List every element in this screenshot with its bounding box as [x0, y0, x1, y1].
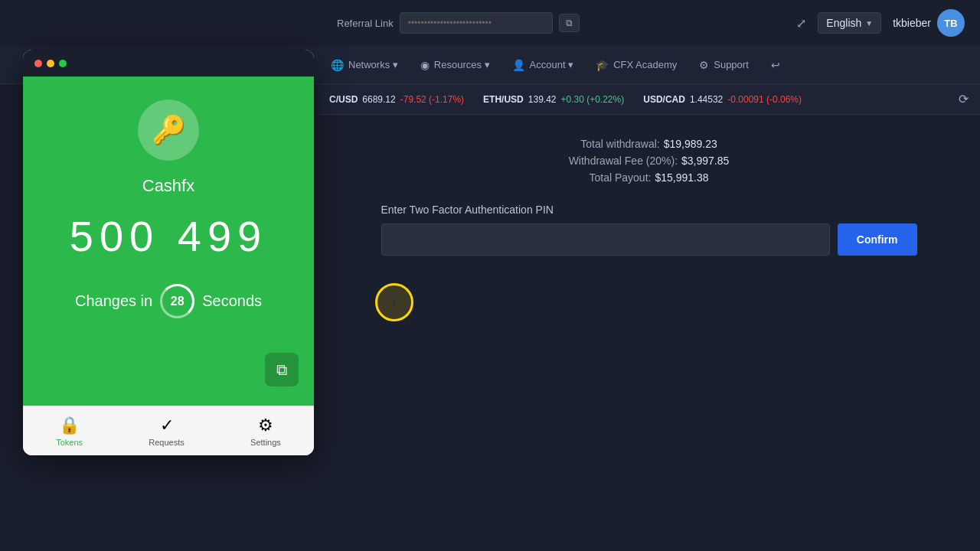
- language-selector[interactable]: English ▼: [818, 12, 881, 34]
- withdrawal-fee-label: Withdrawal Fee (20%):: [569, 155, 678, 167]
- ticker-item-usdcad: USD/CAD 1.44532 -0.00091 (-0.06%): [643, 94, 802, 105]
- account-icon: 👤: [512, 59, 525, 71]
- auth-app-bottom-nav: 🔒 Tokens ✓ Requests ⚙ Settings: [23, 406, 314, 455]
- otp-code: 500 499: [70, 211, 267, 261]
- auth-nav-settings[interactable]: ⚙ Settings: [250, 416, 281, 447]
- window-close-dot[interactable]: [34, 60, 42, 67]
- nav-item-resources[interactable]: ◉ Resources ▾: [411, 53, 499, 77]
- auth-green-area: 🔑 Cashfx 500 499 Changes in 28 Seconds ⧉: [23, 77, 314, 406]
- settings-label: Settings: [250, 438, 281, 447]
- total-payout-label: Total Payout:: [589, 171, 651, 184]
- requests-label: Requests: [149, 438, 184, 447]
- cursor-i-beam: I: [392, 295, 396, 311]
- nav-item-exit[interactable]: ↩: [762, 53, 789, 77]
- withdrawal-fee-value: $3,997.85: [681, 155, 729, 167]
- ticker-change-cusd: -79.52 (-1.17%): [400, 94, 464, 105]
- two-fa-input-row: Confirm: [381, 223, 917, 256]
- nav-item-support[interactable]: ⚙ Support: [690, 53, 758, 77]
- resources-icon: ◉: [420, 59, 430, 71]
- withdrawal-fee-row: Withdrawal Fee (20%): $3,997.85: [569, 155, 730, 167]
- seconds-label: Seconds: [202, 292, 262, 310]
- key-icon: 🔑: [152, 114, 186, 146]
- timer-area: Changes in 28 Seconds: [75, 284, 262, 318]
- key-circle: 🔑: [138, 99, 199, 161]
- auth-nav-tokens[interactable]: 🔒 Tokens: [56, 416, 83, 447]
- pin-input[interactable]: [381, 223, 830, 256]
- nav-label-cfx-academy: CFX Academy: [613, 59, 677, 70]
- auth-app-header: [23, 50, 314, 77]
- ticker-refresh-icon[interactable]: ⟳: [959, 92, 969, 106]
- ticker-pair-ethusd: ETH/USD: [483, 94, 524, 105]
- ticker-item-ethusd: ETH/USD 139.42 +0.30 (+0.22%): [483, 94, 624, 105]
- total-payout-row: Total Payout: $15,991.38: [569, 171, 730, 184]
- user-area: tkbieber TB: [893, 9, 965, 37]
- ticker-price-ethusd: 139.42: [528, 94, 557, 105]
- ticker-bar: C/USD 6689.12 -79.52 (-1.17%) ETH/USD 13…: [318, 84, 980, 115]
- window-maximize-dot[interactable]: [59, 60, 67, 67]
- authenticator-app: 🔑 Cashfx 500 499 Changes in 28 Seconds ⧉…: [23, 50, 314, 455]
- two-fa-label: Enter Two Factor Authentication PIN: [381, 204, 917, 216]
- nav-item-cfx-academy[interactable]: 🎓 CFX Academy: [586, 53, 686, 77]
- ticker-pair-usdcad: USD/CAD: [643, 94, 685, 105]
- networks-icon: 🌐: [331, 59, 344, 71]
- total-withdrawal-value: $19,989.23: [664, 138, 717, 150]
- nav-label-account: Account ▾: [530, 59, 574, 70]
- nav-item-account[interactable]: 👤 Account ▾: [503, 53, 583, 77]
- avatar[interactable]: TB: [937, 9, 965, 37]
- referral-input[interactable]: [400, 12, 553, 34]
- ticker-change-usdcad: -0.00091 (-0.06%): [727, 94, 802, 105]
- nav-item-networks[interactable]: 🌐 Networks ▾: [322, 53, 407, 77]
- timer-circle: 28: [160, 284, 194, 318]
- auth-app-name: Cashfx: [142, 176, 194, 196]
- total-payout-value: $15,991.38: [655, 171, 708, 184]
- nav-label-resources: Resources ▾: [434, 59, 490, 70]
- two-fa-section: Enter Two Factor Authentication PIN Conf…: [381, 204, 917, 256]
- nav-label-support: Support: [714, 59, 749, 70]
- top-bar: Referral Link ⧉ ⤢ English ▼ tkbieber TB: [0, 0, 980, 46]
- expand-button[interactable]: ⤢: [796, 16, 806, 31]
- cfx-academy-icon: 🎓: [596, 59, 609, 71]
- total-withdrawal-label: Total withdrawal:: [580, 138, 660, 150]
- nav-label-networks: Networks ▾: [348, 59, 398, 70]
- copy-otp-button[interactable]: ⧉: [265, 353, 299, 386]
- cursor-indicator: I: [375, 283, 413, 321]
- language-dropdown-icon: ▼: [865, 19, 873, 28]
- support-icon: ⚙: [699, 59, 709, 71]
- copy-icon: ⧉: [276, 361, 287, 379]
- requests-icon: ✓: [160, 416, 174, 435]
- settings-icon: ⚙: [258, 416, 273, 435]
- changes-in-label: Changes in: [75, 292, 152, 310]
- ticker-change-ethusd: +0.30 (+0.22%): [560, 94, 624, 105]
- ticker-price-usdcad: 1.44532: [690, 94, 723, 105]
- language-label: English: [826, 17, 861, 29]
- timer-value: 28: [171, 295, 185, 308]
- referral-label: Referral Link: [337, 18, 394, 29]
- referral-copy-button[interactable]: ⧉: [559, 14, 580, 32]
- window-minimize-dot[interactable]: [47, 60, 54, 67]
- confirm-button[interactable]: Confirm: [838, 223, 917, 256]
- auth-nav-requests[interactable]: ✓ Requests: [149, 416, 184, 447]
- tokens-icon: 🔒: [59, 416, 80, 435]
- total-withdrawal-row: Total withdrawal: $19,989.23: [569, 138, 730, 150]
- referral-link-area: Referral Link ⧉: [337, 12, 580, 34]
- main-content: Total withdrawal: $19,989.23 Withdrawal …: [318, 115, 980, 551]
- tokens-label: Tokens: [56, 438, 83, 447]
- ticker-price-cusd: 6689.12: [362, 94, 395, 105]
- withdrawal-info: Total withdrawal: $19,989.23 Withdrawal …: [569, 138, 730, 188]
- ticker-item-cusd: C/USD 6689.12 -79.52 (-1.17%): [329, 94, 464, 105]
- exit-icon: ↩: [771, 59, 780, 71]
- ticker-pair-cusd: C/USD: [329, 94, 358, 105]
- username-label: tkbieber: [893, 17, 931, 29]
